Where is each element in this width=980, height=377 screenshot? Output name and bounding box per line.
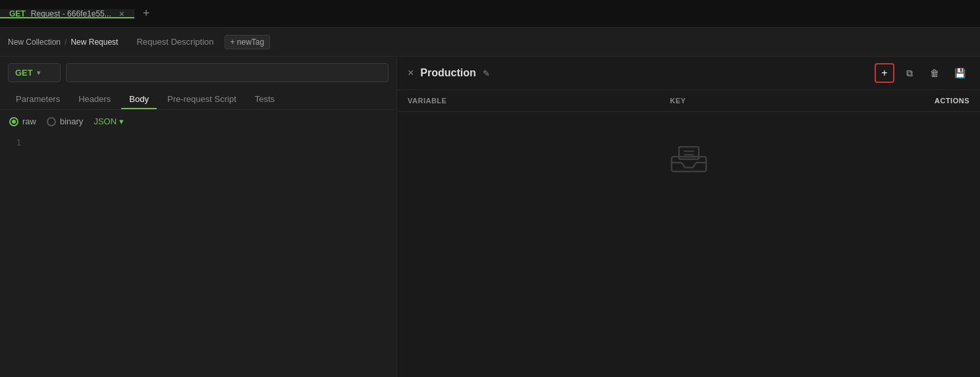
breadcrumb: New Collection / New Request <box>8 38 118 47</box>
line-numbers: 1 <box>8 138 21 372</box>
tab-active-indicator <box>0 17 134 18</box>
body-options: raw binary JSON ▾ <box>0 110 396 133</box>
request-description-link[interactable]: Request Description <box>136 37 213 47</box>
raw-radio[interactable] <box>9 117 18 126</box>
environment-close-button[interactable]: × <box>408 67 414 79</box>
tab-item[interactable]: GET Request - 666fe1e55... × <box>0 9 134 18</box>
tag-label: + newTag <box>231 38 265 47</box>
empty-inbox-icon <box>669 141 709 174</box>
delete-environment-button[interactable]: 🗑 <box>925 63 944 83</box>
save-environment-button[interactable]: 💾 <box>950 63 969 83</box>
tab-bar: GET Request - 666fe1e55... × + <box>0 0 980 28</box>
duplicate-environment-button[interactable]: ⧉ <box>900 63 919 83</box>
right-panel: × Production ✎ + ⧉ 🗑 💾 <box>397 57 980 377</box>
format-select[interactable]: JSON ▾ <box>94 116 124 126</box>
binary-radio[interactable] <box>47 117 56 126</box>
breadcrumb-collection[interactable]: New Collection <box>8 38 61 47</box>
raw-option[interactable]: raw <box>9 116 36 126</box>
environment-title: Production <box>420 67 476 79</box>
add-tag-button[interactable]: + newTag <box>225 35 271 49</box>
tab-tests[interactable]: Tests <box>247 89 283 109</box>
code-content[interactable] <box>29 138 389 372</box>
empty-state-row <box>397 112 980 205</box>
left-panel: GET ▾ Parameters Headers Body Pre-reques… <box>0 57 397 377</box>
new-tab-button[interactable]: + <box>134 0 158 27</box>
trash-icon: 🗑 <box>930 68 939 78</box>
column-variable: VARIABLE <box>397 90 659 112</box>
environment-actions: + ⧉ 🗑 💾 <box>875 63 969 83</box>
method-url-bar: GET ▾ <box>0 57 396 89</box>
method-chevron-icon: ▾ <box>37 69 40 76</box>
binary-label: binary <box>60 116 83 126</box>
raw-label: raw <box>22 116 36 126</box>
environment-table: VARIABLE KEY Actions <box>397 90 980 204</box>
add-icon: + <box>881 67 887 79</box>
binary-option[interactable]: binary <box>47 116 83 126</box>
breadcrumb-separator: / <box>65 38 67 47</box>
save-icon: 💾 <box>954 68 966 78</box>
request-tabs: Parameters Headers Body Pre-request Scri… <box>0 89 396 110</box>
column-actions: Actions <box>863 90 980 112</box>
format-chevron-icon: ▾ <box>119 116 124 126</box>
empty-state <box>408 118 969 197</box>
tab-parameters[interactable]: Parameters <box>8 89 68 109</box>
environment-header: × Production ✎ + ⧉ 🗑 💾 <box>397 57 980 90</box>
code-editor[interactable]: 1 <box>0 133 396 377</box>
method-select[interactable]: GET ▾ <box>8 63 61 82</box>
column-key: KEY <box>659 90 863 112</box>
breadcrumb-request[interactable]: New Request <box>70 38 118 47</box>
tab-body[interactable]: Body <box>121 89 157 109</box>
format-label: JSON <box>94 116 117 126</box>
main-layout: GET ▾ Parameters Headers Body Pre-reques… <box>0 57 980 377</box>
tab-pre-request[interactable]: Pre-request Script <box>159 89 244 109</box>
method-label: GET <box>15 68 33 78</box>
table-header-row: VARIABLE KEY Actions <box>397 90 980 112</box>
url-input[interactable] <box>66 63 389 82</box>
environment-edit-button[interactable]: ✎ <box>483 68 490 78</box>
duplicate-icon: ⧉ <box>906 68 913 79</box>
empty-state-cell <box>397 112 980 205</box>
sub-header: New Collection / New Request Request Des… <box>0 28 980 57</box>
tab-headers[interactable]: Headers <box>70 89 119 109</box>
add-variable-button[interactable]: + <box>875 63 894 83</box>
